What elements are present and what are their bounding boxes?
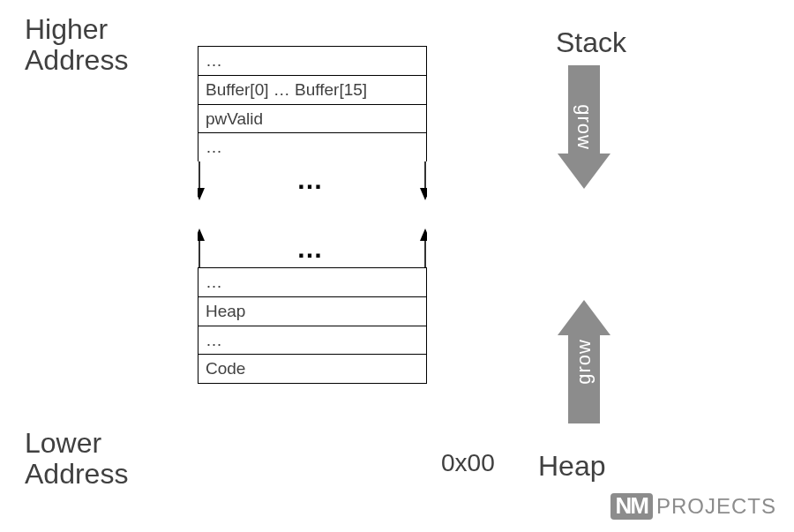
logo-nm: NM xyxy=(610,493,653,520)
memory-row: … xyxy=(198,268,426,297)
heap-grow-arrow: grow xyxy=(558,300,610,423)
memory-lower-block: … Heap … Code xyxy=(198,267,427,384)
stack-grow-text: grow xyxy=(573,104,596,150)
stack-label: Stack xyxy=(556,26,626,59)
logo: NM PROJECTS xyxy=(610,493,776,520)
stack-grow-arrow: grow xyxy=(558,65,610,189)
gap-dots-lower: … xyxy=(198,234,427,264)
memory-row: Code xyxy=(198,355,426,383)
memory-gap: … … xyxy=(198,161,427,267)
label-higher-line1: Higher xyxy=(25,14,128,45)
memory-row: … xyxy=(198,133,426,161)
memory-column: … Buffer[0] … Buffer[15] pwValid … … … …… xyxy=(198,46,427,384)
label-lower-line1: Lower xyxy=(25,428,128,459)
address-zero: 0x00 xyxy=(441,449,495,477)
memory-upper-block: … Buffer[0] … Buffer[15] pwValid … xyxy=(198,46,427,161)
memory-row: … xyxy=(198,326,426,356)
logo-projects: PROJECTS xyxy=(656,494,776,519)
label-higher-line2: Address xyxy=(25,45,128,76)
heap-label: Heap xyxy=(538,450,606,483)
memory-row: pwValid xyxy=(198,105,426,134)
memory-row: Buffer[0] … Buffer[15] xyxy=(198,76,426,105)
label-lower-address: Lower Address xyxy=(25,428,128,490)
memory-row: Heap xyxy=(198,297,426,326)
heap-grow-text: grow xyxy=(573,339,596,385)
memory-row: … xyxy=(198,47,426,76)
label-higher-address: Higher Address xyxy=(25,14,128,76)
bracket-down-icon xyxy=(198,161,427,207)
label-lower-line2: Address xyxy=(25,459,128,490)
